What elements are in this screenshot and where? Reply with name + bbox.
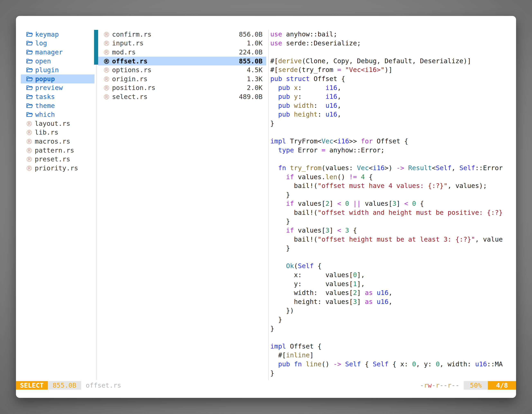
file-item-offset[interactable]: ®offset.rs855.0B [98, 57, 266, 66]
column-separator [268, 30, 269, 380]
sidebar-item-label: open [35, 57, 51, 65]
file-size: 489.0B [239, 93, 263, 101]
sidebar-item-label: lib.rs [35, 128, 58, 136]
open-folder-icon [26, 49, 33, 55]
file-name: input.rs [112, 39, 143, 47]
file-name: position.rs [112, 84, 155, 92]
rust-file-icon: ® [103, 67, 110, 73]
file-name: offset.rs [112, 57, 147, 65]
file-name: origin.rs [112, 75, 147, 83]
sidebar-item-keymap[interactable]: keymap [21, 30, 95, 39]
sidebar-item-open[interactable]: open [21, 57, 95, 66]
sidebar-item-label: theme [35, 102, 55, 110]
sidebar-item-which[interactable]: which [21, 110, 95, 119]
file-item-confirm[interactable]: ®confirm.rs856.0B [98, 30, 266, 39]
file-size: 2.0K [247, 84, 263, 92]
sidebar-item-label: popup [35, 75, 55, 83]
sidebar-item-priority[interactable]: ®priority.rs [21, 164, 95, 173]
open-folder-icon [26, 111, 33, 118]
cursor-position: 4/8 [488, 381, 516, 390]
rust-file-icon: ® [103, 31, 110, 38]
file-name: confirm.rs [112, 30, 152, 38]
rust-file-icon: ® [103, 49, 110, 56]
parent-directory-pane: keymaplogmanageropenpluginpopuppreviewta… [21, 30, 95, 173]
open-folder-icon [26, 67, 33, 73]
file-size-segment: 855.0B [48, 381, 81, 390]
open-folder-icon [26, 58, 33, 64]
rust-file-icon: ® [26, 156, 33, 163]
file-name: mod.rs [112, 48, 136, 56]
file-size: 1.3K [247, 75, 263, 83]
mode-badge: SELECT [16, 381, 48, 390]
status-bar: SELECT 855.0B offset.rs -rw-r--r-- 50% 4… [16, 381, 516, 390]
file-size: 856.0B [239, 30, 263, 38]
sidebar-item-tasks[interactable]: tasks [21, 92, 95, 101]
sidebar-item-label: macros.rs [35, 137, 70, 145]
file-item-select[interactable]: ®select.rs489.0B [98, 92, 266, 101]
column-separator [96, 30, 97, 380]
sidebar-item-pattern[interactable]: ®pattern.rs [21, 146, 95, 155]
rust-file-icon: ® [26, 120, 33, 127]
rust-file-icon: ® [26, 147, 33, 154]
sidebar-item-manager[interactable]: manager [21, 48, 95, 57]
file-item-position[interactable]: ®position.rs2.0K [98, 83, 266, 92]
rust-file-icon: ® [103, 58, 110, 65]
rust-file-icon: ® [26, 138, 33, 145]
open-folder-icon [26, 31, 33, 38]
sidebar-item-label: log [35, 39, 47, 47]
sidebar-item-label: plugin [35, 66, 59, 74]
sidebar-item-log[interactable]: log [21, 39, 95, 48]
rust-file-icon: ® [26, 165, 33, 172]
hovered-file-name: offset.rs [86, 381, 121, 390]
file-size: 855.0B [239, 57, 263, 65]
sidebar-item-label: manager [35, 48, 63, 56]
rust-file-icon: ® [103, 76, 110, 82]
rust-file-icon: ® [103, 84, 110, 91]
sidebar-item-label: preset.rs [35, 155, 70, 163]
open-folder-icon [26, 103, 33, 109]
open-folder-icon [26, 76, 33, 82]
file-item-origin[interactable]: ®origin.rs1.3K [98, 75, 266, 83]
file-name: select.rs [112, 93, 147, 101]
open-folder-icon [26, 40, 33, 47]
file-size: 4.5K [247, 66, 263, 74]
sidebar-item-label: layout.rs [35, 120, 70, 127]
sidebar-item-lib[interactable]: ®lib.rs [21, 128, 95, 137]
file-permissions: -rw-r--r-- [420, 381, 459, 390]
rust-file-icon: ® [103, 40, 110, 47]
status-left: SELECT 855.0B offset.rs [16, 381, 121, 390]
open-folder-icon [26, 94, 33, 100]
sidebar-item-label: tasks [35, 93, 55, 101]
file-size: 224.0B [239, 48, 263, 56]
sidebar-item-label: priority.rs [35, 164, 78, 172]
current-directory-pane: ®confirm.rs856.0B®input.rs1.0K®mod.rs224… [98, 30, 266, 101]
sidebar-item-label: pattern.rs [35, 146, 74, 154]
file-item-options[interactable]: ®options.rs4.5K [98, 66, 266, 75]
sidebar-item-label: keymap [35, 30, 59, 38]
open-folder-icon [26, 85, 33, 91]
sidebar-item-popup[interactable]: popup [21, 75, 95, 83]
sidebar-item-theme[interactable]: theme [21, 101, 95, 110]
sidebar-item-layout[interactable]: ®layout.rs [21, 119, 95, 128]
file-name: options.rs [112, 66, 152, 74]
sidebar-item-plugin[interactable]: plugin [21, 66, 95, 75]
rust-file-icon: ® [26, 129, 33, 136]
sidebar-item-preview[interactable]: preview [21, 83, 95, 92]
file-size: 1.0K [247, 39, 263, 47]
rust-file-icon: ® [103, 93, 110, 100]
scroll-percent: 50% [464, 381, 488, 390]
sidebar-item-label: preview [35, 84, 63, 92]
code-preview-pane[interactable]: use anyhow::bail; use serde::Deserialize… [270, 30, 503, 380]
sidebar-item-label: which [35, 111, 55, 118]
sidebar-item-preset[interactable]: ®preset.rs [21, 155, 95, 164]
sidebar-item-macros[interactable]: ®macros.rs [21, 137, 95, 146]
file-item-input[interactable]: ®input.rs1.0K [98, 39, 266, 48]
status-right: -rw-r--r-- 50% 4/8 [420, 381, 516, 390]
file-list-scrollbar[interactable] [94, 30, 98, 65]
file-item-mod[interactable]: ®mod.rs224.0B [98, 48, 266, 57]
yazi-file-manager-window: keymaplogmanageropenpluginpopuppreviewta… [16, 16, 516, 398]
